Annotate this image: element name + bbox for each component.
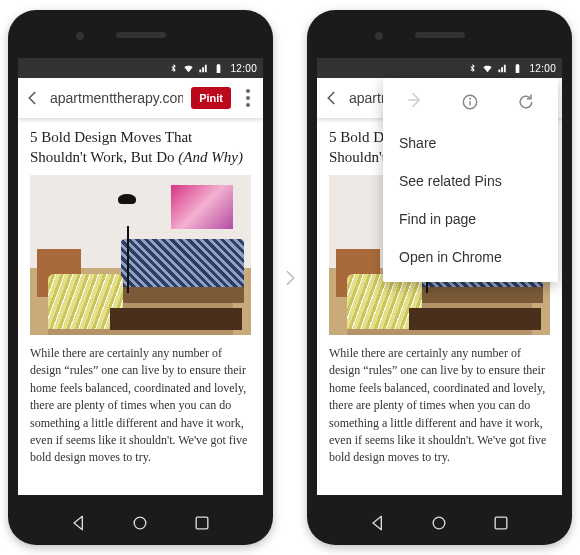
headline-italic: (And Why) xyxy=(178,149,243,165)
signal-icon xyxy=(198,63,209,74)
earpiece xyxy=(415,32,465,38)
android-navbar xyxy=(8,513,273,533)
menu-item-share[interactable]: Share xyxy=(383,124,558,162)
menu-item-related-pins[interactable]: See related Pins xyxy=(383,162,558,200)
comparison-chevron-icon xyxy=(279,267,301,289)
screen-left: 12:00 apartmenttherapy.com Pinit 5 Bold … xyxy=(18,58,263,495)
svg-point-0 xyxy=(135,517,147,529)
android-navbar xyxy=(307,513,572,533)
phone-right: 12:00 apartm Share See related Pins Find… xyxy=(307,10,572,545)
hero-image xyxy=(30,175,251,335)
wifi-icon xyxy=(482,63,493,74)
earpiece xyxy=(116,32,166,38)
menu-item-open-in-chrome[interactable]: Open in Chrome xyxy=(383,238,558,276)
svg-rect-1 xyxy=(196,517,208,529)
menu-item-find-in-page[interactable]: Find in page xyxy=(383,200,558,238)
back-icon[interactable] xyxy=(24,89,42,107)
nav-back-icon[interactable] xyxy=(368,513,388,533)
signal-icon xyxy=(497,63,508,74)
nav-recents-icon[interactable] xyxy=(491,513,511,533)
phone-left: 12:00 apartmenttherapy.com Pinit 5 Bold … xyxy=(8,10,273,545)
battery-icon xyxy=(512,63,523,74)
nav-recents-icon[interactable] xyxy=(192,513,212,533)
svg-point-5 xyxy=(469,98,471,100)
article-body: While there are certainly any number of … xyxy=(329,345,550,467)
headline-plain: 5 Bold Design Moves That Shouldn't Work,… xyxy=(30,129,192,165)
article-body: While there are certainly any number of … xyxy=(30,345,251,467)
pinit-button[interactable]: Pinit xyxy=(191,87,231,109)
sensor-dot xyxy=(76,32,84,40)
overflow-menu-button[interactable] xyxy=(239,89,257,107)
wifi-icon xyxy=(183,63,194,74)
url-bar: apartmenttherapy.com Pinit xyxy=(18,78,263,118)
bluetooth-icon xyxy=(168,63,179,74)
forward-icon[interactable] xyxy=(405,90,425,110)
url-text[interactable]: apartmenttherapy.com xyxy=(50,90,183,106)
overflow-menu-icon-row xyxy=(383,80,558,124)
bluetooth-icon xyxy=(467,63,478,74)
back-icon[interactable] xyxy=(323,89,341,107)
nav-home-icon[interactable] xyxy=(429,513,449,533)
status-bar: 12:00 xyxy=(317,58,562,78)
battery-icon xyxy=(213,63,224,74)
info-icon[interactable] xyxy=(460,92,480,112)
article-content: 5 Bold Design Moves That Shouldn't Work,… xyxy=(18,118,263,495)
screen-right: 12:00 apartm Share See related Pins Find… xyxy=(317,58,562,495)
overflow-menu: Share See related Pins Find in page Open… xyxy=(383,78,558,282)
clock: 12:00 xyxy=(529,63,556,74)
svg-point-6 xyxy=(434,517,446,529)
article-headline: 5 Bold Design Moves That Shouldn't Work,… xyxy=(30,128,251,167)
nav-back-icon[interactable] xyxy=(69,513,89,533)
status-bar: 12:00 xyxy=(18,58,263,78)
clock: 12:00 xyxy=(230,63,257,74)
sensor-dot xyxy=(375,32,383,40)
refresh-icon[interactable] xyxy=(516,92,536,112)
nav-home-icon[interactable] xyxy=(130,513,150,533)
svg-rect-7 xyxy=(495,517,507,529)
